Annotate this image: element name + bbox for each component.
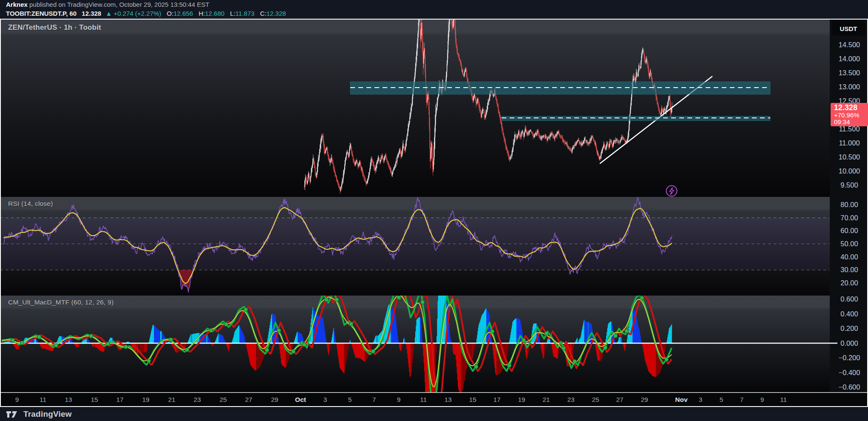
svg-text:3: 3 <box>323 396 327 403</box>
axis-label-change: +70.96% <box>834 112 868 118</box>
svg-text:17: 17 <box>493 396 500 403</box>
currency-toggle-button[interactable]: USDT <box>831 21 865 36</box>
svg-text:25: 25 <box>219 396 227 403</box>
svg-text:11: 11 <box>40 396 46 403</box>
svg-text:10.000: 10.000 <box>839 167 860 175</box>
open-label: O: <box>167 10 173 17</box>
svg-text:9.500: 9.500 <box>840 181 858 189</box>
snapshot-header: Arknex published on TradingView.com, Oct… <box>0 0 868 19</box>
svg-text:20.00: 20.00 <box>840 279 858 287</box>
svg-text:−0.400: −0.400 <box>839 369 860 376</box>
macd-pane-legend[interactable]: CM_Ult_MacD_MTF (60, 12, 26, 9) <box>8 299 113 306</box>
svg-text:3: 3 <box>699 396 703 403</box>
svg-text:19: 19 <box>518 396 525 403</box>
snapshot-footer: TradingView <box>0 407 868 421</box>
svg-text:21: 21 <box>168 396 175 403</box>
svg-text:9: 9 <box>397 396 401 403</box>
svg-text:0.200: 0.200 <box>840 324 858 332</box>
svg-text:14.000: 14.000 <box>839 55 860 63</box>
svg-text:11: 11 <box>420 396 427 403</box>
svg-text:0.400: 0.400 <box>840 310 858 318</box>
svg-text:27: 27 <box>616 396 623 403</box>
svg-text:14.500: 14.500 <box>839 41 860 48</box>
low-value: 11.873 <box>235 10 255 17</box>
price-pane-legend[interactable]: ZEN/TetherUS · 1h · Toobit <box>8 23 101 32</box>
svg-text:60.00: 60.00 <box>840 227 858 234</box>
svg-text:Nov: Nov <box>675 396 688 403</box>
svg-text:29: 29 <box>641 396 648 403</box>
high-label: H: <box>199 10 205 17</box>
open-value: 12.656 <box>173 10 193 17</box>
svg-text:13.500: 13.500 <box>839 69 860 77</box>
svg-text:25: 25 <box>592 396 599 403</box>
last-price: 12.328 <box>82 10 101 17</box>
svg-text:11: 11 <box>780 396 787 403</box>
svg-text:5: 5 <box>348 396 352 403</box>
high-value: 12.680 <box>205 10 224 17</box>
published-line: Arknex published on TradingView.com, Oct… <box>6 0 868 9</box>
tradingview-brand-text: TradingView <box>23 410 72 419</box>
svg-text:−0.600: −0.600 <box>839 383 860 391</box>
low-label: L: <box>230 10 235 17</box>
svg-text:40.00: 40.00 <box>840 253 858 261</box>
svg-text:7: 7 <box>740 396 744 403</box>
close-value: 12.328 <box>267 10 286 17</box>
axis-label-price: 12.328 <box>834 104 868 111</box>
svg-text:5: 5 <box>720 396 723 403</box>
author-name: Arknex <box>6 1 28 8</box>
rsi-pane-legend[interactable]: RSI (14, close) <box>8 200 53 208</box>
svg-text:23: 23 <box>567 396 574 403</box>
svg-text:29: 29 <box>271 396 278 403</box>
svg-text:−0.200: −0.200 <box>839 354 860 361</box>
published-text: published on TradingView.com, October 29… <box>28 1 210 8</box>
svg-text:Oct: Oct <box>295 396 306 403</box>
svg-text:21: 21 <box>542 396 550 403</box>
last-price-axis-label: 12.328 +70.96% 09:34 <box>831 103 868 126</box>
tradingview-snapshot: Arknex published on TradingView.com, Oct… <box>0 0 868 421</box>
svg-text:7: 7 <box>372 396 376 403</box>
svg-text:0.600: 0.600 <box>840 295 858 303</box>
svg-text:15: 15 <box>469 396 476 403</box>
svg-text:50.00: 50.00 <box>840 240 858 247</box>
svg-text:19: 19 <box>142 396 149 403</box>
tradingview-logo-icon <box>6 410 20 418</box>
svg-text:23: 23 <box>193 396 201 403</box>
svg-text:70.00: 70.00 <box>840 214 858 222</box>
svg-text:10.500: 10.500 <box>839 153 860 161</box>
svg-text:27: 27 <box>245 396 252 403</box>
svg-text:9: 9 <box>15 396 19 403</box>
svg-text:15: 15 <box>91 396 98 403</box>
chart-canvas[interactable]: 14.50014.00013.50013.00012.50012.00011.5… <box>0 19 868 407</box>
axis-label-countdown: 09:34 <box>834 119 868 125</box>
svg-text:30.00: 30.00 <box>840 266 858 273</box>
svg-text:13: 13 <box>444 396 451 403</box>
svg-text:13: 13 <box>65 396 72 403</box>
price-change: ▲ +0.274 (+2.27%) <box>105 10 161 17</box>
svg-text:11.000: 11.000 <box>839 139 859 147</box>
symbol-name: TOOBIT:ZENUSDT.P, 60 <box>6 10 77 17</box>
svg-text:13.000: 13.000 <box>839 83 860 91</box>
close-label: C: <box>260 10 267 17</box>
rsi-guides <box>0 218 830 270</box>
svg-text:80.00: 80.00 <box>840 201 858 208</box>
svg-text:9: 9 <box>760 396 764 403</box>
svg-text:0.000: 0.000 <box>840 339 858 347</box>
svg-text:17: 17 <box>116 396 123 403</box>
symbol-ohlc-line: TOOBIT:ZENUSDT.P, 60 12.328 ▲ +0.274 (+2… <box>6 9 868 18</box>
